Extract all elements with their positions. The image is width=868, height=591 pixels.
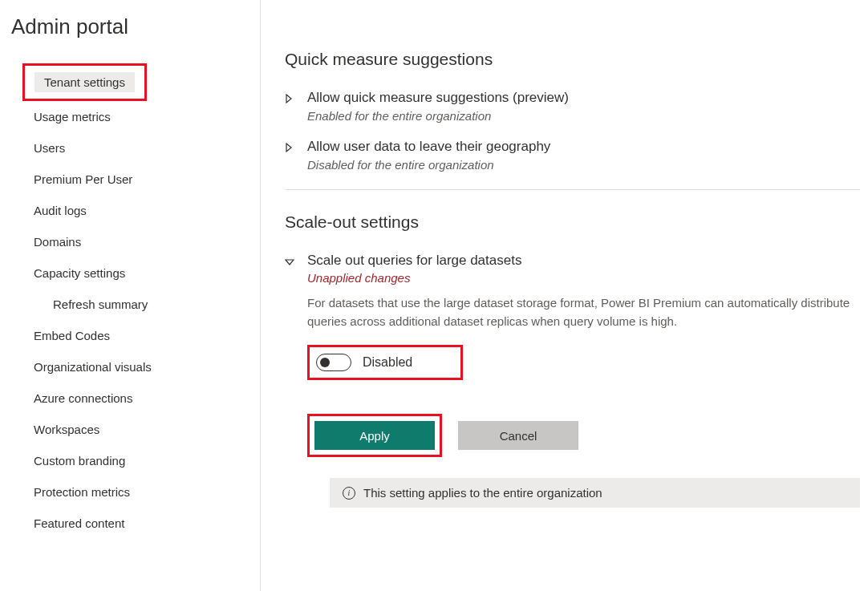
chevron-down-icon [285, 256, 296, 269]
setting-status: Disabled for the entire organization [307, 158, 860, 172]
page-title: Admin portal [0, 14, 260, 63]
admin-sidebar: Admin portal Tenant settings Usage metri… [0, 0, 261, 591]
setting-scale-out-queries[interactable]: Scale out queries for large datasets Una… [285, 251, 860, 508]
sidebar-item-azure-connections[interactable]: Azure connections [0, 383, 260, 414]
sidebar-item-custom-branding[interactable]: Custom branding [0, 445, 260, 476]
sidebar-item-embed-codes[interactable]: Embed Codes [0, 320, 260, 351]
cancel-button[interactable]: Cancel [458, 421, 578, 450]
info-text: This setting applies to the entire organ… [363, 486, 602, 500]
info-banner: i This setting applies to the entire org… [330, 478, 860, 508]
toggle-state-label: Disabled [363, 355, 412, 370]
sidebar-item-audit-logs[interactable]: Audit logs [0, 195, 260, 226]
chevron-right-icon [285, 93, 296, 106]
setting-allow-user-data-leave[interactable]: Allow user data to leave their geography… [285, 137, 860, 172]
sidebar-item-workspaces[interactable]: Workspaces [0, 414, 260, 445]
apply-button[interactable]: Apply [314, 421, 435, 450]
unapplied-changes-warning: Unapplied changes [307, 271, 860, 285]
setting-label: Allow user data to leave their geography [307, 137, 860, 156]
info-icon: i [343, 487, 355, 500]
toggle-knob [320, 358, 330, 367]
setting-description: For datasets that use the large dataset … [307, 294, 860, 330]
sidebar-item-organizational-visuals[interactable]: Organizational visuals [0, 351, 260, 383]
setting-label: Scale out queries for large datasets [307, 251, 860, 270]
sidebar-item-refresh-summary[interactable]: Refresh summary [0, 289, 260, 320]
sidebar-item-domains[interactable]: Domains [0, 226, 260, 257]
scale-out-toggle[interactable] [316, 354, 351, 371]
apply-highlight: Apply [307, 414, 442, 457]
chevron-right-icon [285, 142, 296, 155]
sidebar-item-users[interactable]: Users [0, 132, 260, 164]
button-row: Apply Cancel [307, 414, 860, 457]
sidebar-item-capacity-settings[interactable]: Capacity settings [0, 257, 260, 289]
setting-label: Allow quick measure suggestions (preview… [307, 88, 860, 107]
divider [285, 189, 860, 190]
sidebar-item-protection-metrics[interactable]: Protection metrics [0, 476, 260, 508]
sidebar-item-tenant-settings[interactable]: Tenant settings [34, 72, 135, 92]
setting-status: Enabled for the entire organization [307, 109, 860, 123]
toggle-container: Disabled [307, 345, 463, 380]
sidebar-item-featured-content[interactable]: Featured content [0, 508, 260, 539]
main-content: Quick measure suggestions Allow quick me… [261, 0, 868, 591]
section-title-qms: Quick measure suggestions [285, 50, 860, 69]
sidebar-item-premium-per-user[interactable]: Premium Per User [0, 164, 260, 195]
section-title-scaleout: Scale-out settings [285, 213, 860, 232]
sidebar-item-usage-metrics[interactable]: Usage metrics [0, 101, 260, 132]
setting-allow-qms[interactable]: Allow quick measure suggestions (preview… [285, 88, 860, 123]
